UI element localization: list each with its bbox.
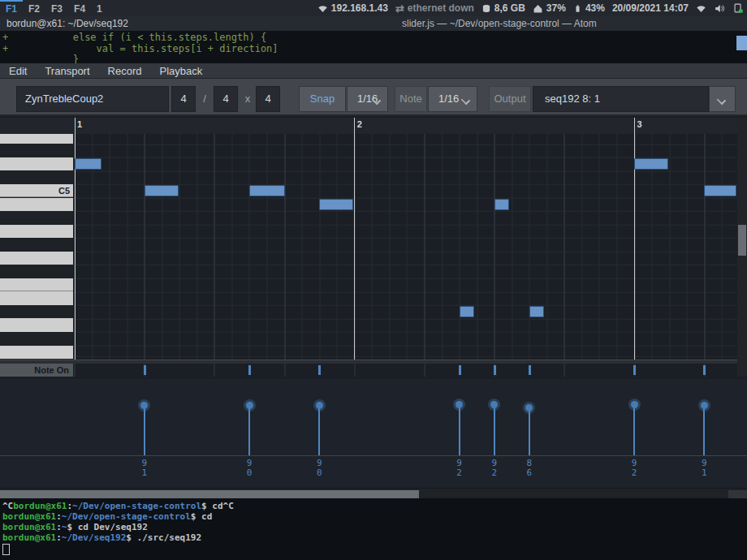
midi-note[interactable] [634, 158, 668, 170]
note-on-tick[interactable] [529, 365, 531, 375]
tmux-tab-f3[interactable]: F3 [45, 0, 68, 16]
measure-count-input[interactable]: 4 [256, 86, 280, 112]
menu-item-transport[interactable]: Transport [36, 63, 98, 79]
piano-key-c5: C5 [0, 184, 73, 198]
horizontal-scrollbar-thumb[interactable] [0, 490, 419, 498]
tmux-tab-f1[interactable]: F1 [0, 0, 23, 16]
status-item: 43% [573, 2, 605, 14]
terminal-text: bordun@x61 [13, 501, 67, 511]
note-on-tick[interactable] [459, 365, 461, 375]
snap-button[interactable]: Snap [299, 86, 346, 112]
velocity-stem-handle[interactable] [456, 401, 463, 408]
velocity-stem-handle[interactable] [316, 402, 323, 409]
piano-keys-panel: C5 [0, 134, 73, 360]
status-label: 37% [546, 2, 566, 14]
velocity-stem[interactable] [318, 406, 320, 455]
velocity-stem-handle[interactable] [490, 401, 498, 408]
note-on-tick[interactable] [633, 365, 636, 375]
output-port-combobox[interactable]: seq192 8: 1 [533, 86, 709, 112]
midi-note[interactable] [704, 185, 736, 196]
vertical-scrollbar[interactable] [737, 118, 747, 377]
velocity-stem-handle[interactable] [246, 402, 253, 409]
terminal-cursor [2, 544, 10, 555]
midi-note[interactable] [529, 306, 544, 317]
wifi-icon [696, 3, 706, 14]
sequence-name-input[interactable]: ZynTrebleCoup2 [16, 86, 169, 112]
terminal-line: bordun@x61:~$ cd Dev/seq192 [2, 522, 747, 532]
velocity-value: 90 [240, 459, 258, 477]
status-label: 20/09/2021 14:07 [612, 2, 689, 14]
velocity-stem[interactable] [459, 404, 460, 455]
velocity-value: 92 [625, 459, 643, 477]
note-on-tick[interactable] [144, 365, 146, 375]
velocity-stem[interactable] [248, 406, 250, 455]
measure-number: 2 [357, 119, 362, 129]
note-value-dropdown[interactable]: 1/16 [428, 86, 477, 112]
terminal-text: ~/Dev/open-stage-control [72, 501, 201, 511]
scroll-indicator [736, 36, 747, 50]
note-on-tick[interactable] [248, 365, 251, 375]
midi-note[interactable] [494, 199, 509, 210]
status-indicators: 192.168.1.43⇄ethernet down8,6 GB37%43%20… [317, 0, 744, 16]
status-item [714, 3, 725, 14]
velocity-stem-handle[interactable] [701, 402, 708, 409]
velocity-stem[interactable] [529, 408, 530, 455]
volume-icon [714, 3, 725, 14]
note-value: 1/16 [438, 93, 459, 105]
desktop: F1F2F3F41 192.168.1.43⇄ethernet down8,6 … [0, 0, 747, 560]
horizontal-scrollbar[interactable] [0, 488, 747, 498]
velocity-value: 92 [451, 459, 468, 477]
velocity-stem-handle[interactable] [140, 402, 148, 409]
output-button[interactable]: Output [489, 86, 531, 112]
piano-key-f4 [0, 278, 73, 292]
terminal-text: ^C [2, 501, 13, 511]
tmux-tab-f4[interactable]: F4 [68, 0, 91, 16]
velocity-stem[interactable] [144, 405, 145, 455]
piano-key-cs4 [0, 332, 73, 346]
battery-icon [573, 3, 582, 14]
note-on-tick[interactable] [494, 365, 496, 375]
velocity-pane[interactable]: 9190909292869291 [0, 379, 747, 488]
midi-note[interactable] [319, 199, 353, 210]
terminal-text: ~/Dev/seq192 [62, 532, 126, 543]
velocity-stem[interactable] [703, 405, 705, 455]
terminal-text: $ ./src/seq192 [126, 532, 201, 543]
piano-key-e4 [0, 291, 73, 305]
note-button[interactable]: Note [395, 86, 427, 112]
terminal[interactable]: ^Cbordun@x61:~/Dev/open-stage-control$ c… [0, 498, 747, 560]
vertical-scrollbar-thumb[interactable] [738, 225, 746, 256]
measure-number: 1 [77, 119, 82, 129]
atom-code-area[interactable]: + else if (i < this.steps.length) { + va… [0, 31, 747, 63]
menu-item-record[interactable]: Record [99, 63, 151, 79]
status-label: 43% [585, 2, 605, 14]
measure-number: 3 [637, 119, 642, 129]
velocity-stem-handle[interactable] [631, 401, 638, 408]
beat-width-input[interactable]: 4 [214, 86, 238, 112]
terminal-text: $ cd [191, 511, 213, 522]
midi-note[interactable] [460, 306, 474, 317]
menu-item-edit[interactable]: Edit [0, 63, 36, 79]
velocity-stem[interactable] [633, 404, 635, 455]
atom-window-title: slider.js — ~/Dev/open-stage-control — A… [402, 18, 597, 29]
note-on-event-strip[interactable] [73, 364, 737, 377]
output-port-dropdown-button[interactable] [709, 86, 736, 112]
snap-value-dropdown[interactable]: 1/16 [347, 86, 388, 112]
beats-per-measure-input[interactable]: 4 [171, 86, 196, 112]
midi-note[interactable] [249, 185, 285, 196]
velocity-stem[interactable] [494, 404, 495, 455]
status-item: 192.168.1.43 [317, 2, 388, 14]
velocity-stem-handle[interactable] [525, 404, 533, 411]
terminal-text: : [56, 522, 62, 532]
tmux-tab-1[interactable]: 1 [91, 0, 108, 16]
note-on-tick[interactable] [318, 365, 321, 375]
output-port-value: seq192 8: 1 [545, 93, 600, 105]
terminal-text: bordun@x61 [2, 532, 56, 543]
seq192-menubar: EditTransportRecordPlayback [0, 63, 747, 79]
note-on-tick[interactable] [703, 365, 706, 375]
status-label: ethernet down [408, 2, 474, 14]
terminal-window-title: bordun@x61: ~/Dev/seq192 [6, 18, 128, 29]
tmux-tab-f2[interactable]: F2 [23, 0, 45, 16]
midi-note[interactable] [75, 158, 101, 170]
menu-item-playback[interactable]: Playback [150, 63, 211, 79]
midi-note[interactable] [145, 185, 179, 196]
